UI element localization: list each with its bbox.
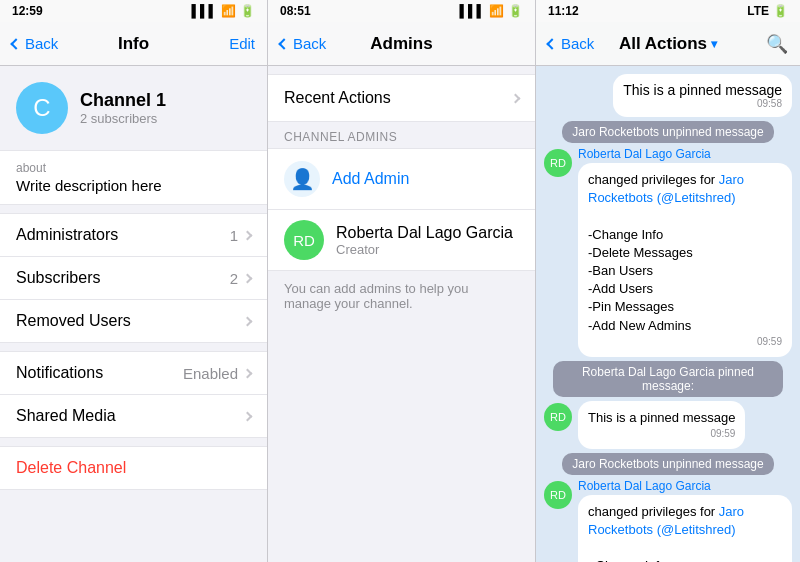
- lte-icon: LTE: [747, 4, 769, 18]
- admin-avatar: RD: [284, 220, 324, 260]
- shared-media-right: [244, 413, 251, 420]
- add-admin-label: Add Admin: [332, 170, 409, 188]
- nav-title-1: Info: [118, 34, 149, 54]
- info-msg-2-sender: Roberta Dal Lago Garcia: [578, 479, 792, 493]
- removed-users-right: [244, 318, 251, 325]
- recent-actions-row[interactable]: Recent Actions: [268, 74, 535, 122]
- subscribers-count: 2: [230, 270, 238, 287]
- admin-role: Creator: [336, 242, 513, 257]
- back-button-3[interactable]: Back: [548, 35, 594, 52]
- system-msg-pinned: Roberta Dal Lago Garcia pinned message:: [553, 361, 783, 397]
- info-msg-1-time: 09:59: [588, 335, 782, 349]
- administrators-label: Administrators: [16, 226, 118, 244]
- time-1: 12:59: [12, 4, 43, 18]
- status-bar-2: 08:51 ▌▌▌ 📶 🔋: [268, 0, 535, 22]
- channel-admins-header: CHANNEL ADMINS: [268, 122, 535, 148]
- notifications-value: Enabled: [183, 365, 238, 382]
- profile-info: Channel 1 2 subscribers: [80, 90, 166, 126]
- add-admin-row[interactable]: 👤 Add Admin: [268, 148, 535, 210]
- chat-messages: This is a pinned message 09:58 Jaro Rock…: [536, 66, 800, 562]
- info-msg-2-wrapper: RD Roberta Dal Lago Garcia changed privi…: [544, 479, 792, 562]
- system-msg-unpin-2: Jaro Rocketbots unpinned message: [562, 453, 773, 475]
- about-label: about: [16, 161, 251, 175]
- shared-media-row[interactable]: Shared Media: [0, 395, 267, 437]
- signal-icon-1: ▌▌▌: [191, 4, 217, 18]
- shared-media-label: Shared Media: [16, 407, 116, 425]
- status-bar-3: 11:12 LTE 🔋: [536, 0, 800, 22]
- info-msg-2-avatar: RD: [544, 481, 572, 509]
- back-button-1[interactable]: Back: [12, 35, 58, 52]
- delete-channel-button[interactable]: Delete Channel: [0, 447, 267, 489]
- administrators-count: 1: [230, 227, 238, 244]
- administrators-right: 1: [230, 227, 251, 244]
- admins-panel: 08:51 ▌▌▌ 📶 🔋 Back Admins Recent Actions…: [268, 0, 536, 562]
- admin-name: Roberta Dal Lago Garcia: [336, 224, 513, 242]
- status-bar-1: 12:59 ▌▌▌ 📶 🔋: [0, 0, 267, 22]
- notifications-label: Notifications: [16, 364, 103, 382]
- administrators-row[interactable]: Administrators 1: [0, 214, 267, 257]
- battery-icon-1: 🔋: [240, 4, 255, 18]
- admin-note: You can add admins to help you manage yo…: [268, 271, 535, 321]
- pinned-msg-text-top: This is a pinned message: [623, 82, 782, 98]
- removed-users-label: Removed Users: [16, 312, 131, 330]
- wifi-icon-2: 📶: [489, 4, 504, 18]
- battery-icon-3: 🔋: [773, 4, 788, 18]
- battery-icon-2: 🔋: [508, 4, 523, 18]
- pinned-msg-wrapper: RD This is a pinned message 09:59: [544, 401, 792, 449]
- chevron-icon-shared-media: [243, 411, 253, 421]
- admin-row[interactable]: RD Roberta Dal Lago Garcia Creator: [268, 210, 535, 271]
- info-msg-1-avatar: RD: [544, 149, 572, 177]
- add-admin-icon: 👤: [284, 161, 320, 197]
- chevron-icon-admins: [243, 230, 253, 240]
- edit-button[interactable]: Edit: [229, 35, 255, 52]
- subscribers-label: Subscribers: [16, 269, 100, 287]
- nav-bar-2: Back Admins: [268, 22, 535, 66]
- dropdown-arrow-icon: ▾: [711, 37, 717, 51]
- signal-icon-2: ▌▌▌: [459, 4, 485, 18]
- info-msg-1-sender: Roberta Dal Lago Garcia: [578, 147, 792, 161]
- back-button-2[interactable]: Back: [280, 35, 326, 52]
- pinned-msg-inner: This is a pinned message 09:59: [578, 401, 745, 449]
- info-msg-2-content: changed privileges for Jaro Rocketbots (…: [578, 495, 792, 562]
- subscribers-row[interactable]: Subscribers 2: [0, 257, 267, 300]
- chat-panel: 11:12 LTE 🔋 Back All Actions ▾ 🔍 This is…: [536, 0, 800, 562]
- chevron-icon-removed: [243, 316, 253, 326]
- removed-users-row[interactable]: Removed Users: [0, 300, 267, 342]
- pinned-msg-time-inner: 09:59: [588, 427, 735, 441]
- nav-bar-1: Back Info Edit: [0, 22, 267, 66]
- pinned-bubble-top: This is a pinned message 09:58: [613, 74, 792, 117]
- chevron-left-icon-1: [10, 38, 21, 49]
- about-section: about Write description here: [0, 150, 267, 205]
- info-msg-2: Roberta Dal Lago Garcia changed privileg…: [578, 479, 792, 562]
- recent-actions-label: Recent Actions: [284, 89, 391, 107]
- chevron-icon-subscribers: [243, 273, 253, 283]
- menu-section-2: Notifications Enabled Shared Media: [0, 351, 267, 438]
- status-icons-2: ▌▌▌ 📶 🔋: [459, 4, 523, 18]
- notifications-row[interactable]: Notifications Enabled: [0, 352, 267, 395]
- status-icons-1: ▌▌▌ 📶 🔋: [191, 4, 255, 18]
- time-2: 08:51: [280, 4, 311, 18]
- info-panel: 12:59 ▌▌▌ 📶 🔋 Back Info Edit C Channel 1…: [0, 0, 268, 562]
- nav-title-2: Admins: [370, 34, 432, 54]
- subscribers-count: 2 subscribers: [80, 111, 166, 126]
- time-3: 11:12: [548, 4, 579, 18]
- channel-avatar: C: [16, 82, 68, 134]
- chevron-left-icon-2: [278, 38, 289, 49]
- pinned-msg-avatar: RD: [544, 403, 572, 431]
- chevron-icon-notifications: [243, 368, 253, 378]
- search-icon[interactable]: 🔍: [766, 33, 788, 55]
- chevron-icon-recent: [511, 93, 521, 103]
- info-msg-1-content: changed privileges for Jaro Rocketbots (…: [578, 163, 792, 357]
- status-icons-3: LTE 🔋: [747, 4, 788, 18]
- highlight-2: Jaro Rocketbots (@Letitshred): [588, 504, 744, 537]
- admin-info: Roberta Dal Lago Garcia Creator: [336, 224, 513, 257]
- info-msg-1: Roberta Dal Lago Garcia changed privileg…: [578, 147, 792, 357]
- info-msg-1-wrapper: RD Roberta Dal Lago Garcia changed privi…: [544, 147, 792, 357]
- wifi-icon-1: 📶: [221, 4, 236, 18]
- chevron-left-icon-3: [546, 38, 557, 49]
- about-text: Write description here: [16, 177, 251, 194]
- menu-section-1: Administrators 1 Subscribers 2 Removed U…: [0, 213, 267, 343]
- notifications-right: Enabled: [183, 365, 251, 382]
- channel-name: Channel 1: [80, 90, 166, 111]
- pinned-msg-content: This is a pinned message 09:59: [578, 401, 745, 449]
